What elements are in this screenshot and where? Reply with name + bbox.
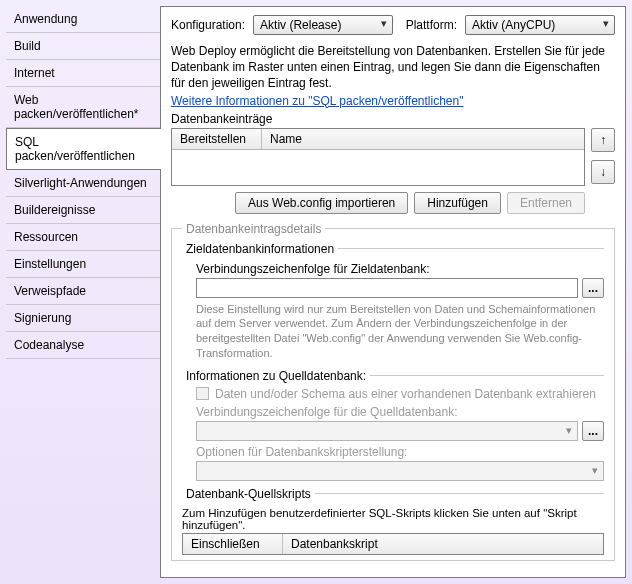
sidebar-item-label: Silverlight-Anwendungen <box>14 176 147 190</box>
sidebar-item-sql-packen[interactable]: SQL packen/veröffentlichen <box>6 128 161 170</box>
konfiguration-dropdown[interactable]: Aktiv (Release) <box>253 15 393 35</box>
move-up-button[interactable]: ↑ <box>591 128 615 152</box>
config-row: Konfiguration: Aktiv (Release) Plattform… <box>171 15 615 35</box>
col-name[interactable]: Name <box>262 129 584 149</box>
sidebar-item-label: Ressourcen <box>14 230 78 244</box>
more-info-link[interactable]: Weitere Informationen zu "SQL packen/ver… <box>171 94 615 108</box>
target-conn-browse-button[interactable]: ... <box>582 278 604 298</box>
script-options-label: Optionen für Datenbankskripterstellung: <box>196 445 604 459</box>
ellipsis-icon: ... <box>588 281 598 295</box>
sidebar-item-ressourcen[interactable]: Ressourcen <box>6 224 161 251</box>
details-legend: Datenbankeintragsdetails <box>182 222 325 236</box>
source-conn-combo <box>196 421 578 441</box>
intro-text: Web Deploy ermöglicht die Bereitstellung… <box>171 43 615 92</box>
arrow-up-icon: ↑ <box>600 133 606 147</box>
target-hint: Diese Einstellung wird nur zum Bereitste… <box>196 302 604 361</box>
source-group: Informationen zu Quelldatenbank: Daten u… <box>182 369 604 487</box>
sidebar-item-web-packen[interactable]: Web packen/veröffentlichen* <box>6 87 161 128</box>
source-conn-browse-button[interactable]: ... <box>582 421 604 441</box>
col-script[interactable]: Datenbankskript <box>283 534 603 554</box>
source-legend: Informationen zu Quelldatenbank: <box>182 369 370 383</box>
sidebar-item-anwendung[interactable]: Anwendung <box>6 6 161 33</box>
sidebar-item-label: Internet <box>14 66 55 80</box>
sidebar-item-einstellungen[interactable]: Einstellungen <box>6 251 161 278</box>
target-conn-label: Verbindungszeichenfolge für Zieldatenban… <box>196 262 604 276</box>
sidebar-item-label: Codeanalyse <box>14 338 84 352</box>
sidebar-item-internet[interactable]: Internet <box>6 60 161 87</box>
target-legend: Zieldatenbankinformationen <box>182 242 338 256</box>
sidebar-item-buildereignisse[interactable]: Buildereignisse <box>6 197 161 224</box>
extract-checkbox <box>196 387 209 400</box>
sidebar-item-label: Signierung <box>14 311 71 325</box>
ellipsis-icon: ... <box>588 424 598 438</box>
sidebar: Anwendung Build Internet Web packen/verö… <box>6 6 161 578</box>
sidebar-item-verweispfade[interactable]: Verweispfade <box>6 278 161 305</box>
sidebar-item-label: Buildereignisse <box>14 203 95 217</box>
scripts-grid-header: Einschließen Datenbankskript <box>183 534 603 554</box>
main-panel: Konfiguration: Aktiv (Release) Plattform… <box>160 6 626 578</box>
sidebar-item-label: Einstellungen <box>14 257 86 271</box>
sidebar-item-label: Build <box>14 39 41 53</box>
plattform-dropdown[interactable]: Aktiv (AnyCPU) <box>465 15 615 35</box>
script-options-combo <box>196 461 604 481</box>
import-webconfig-button[interactable]: Aus Web.config importieren <box>235 192 408 214</box>
sidebar-item-codeanalyse[interactable]: Codeanalyse <box>6 332 161 359</box>
col-bereitstellen[interactable]: Bereitstellen <box>172 129 262 149</box>
remove-button: Entfernen <box>507 192 585 214</box>
entries-grid[interactable]: Bereitstellen Name <box>171 128 585 186</box>
entries-label: Datenbankeinträge <box>171 112 615 126</box>
scripts-grid[interactable]: Einschließen Datenbankskript <box>182 533 604 555</box>
sidebar-item-build[interactable]: Build <box>6 33 161 60</box>
sidebar-item-silverlight[interactable]: Silverlight-Anwendungen <box>6 170 161 197</box>
col-include[interactable]: Einschließen <box>183 534 283 554</box>
plattform-label: Plattform: <box>406 18 457 32</box>
target-group: Zieldatenbankinformationen Verbindungsze… <box>182 242 604 369</box>
scripts-legend: Datenbank-Quellskripts <box>182 487 315 501</box>
sidebar-item-label: Web packen/veröffentlichen* <box>14 93 139 121</box>
arrow-down-icon: ↓ <box>600 165 606 179</box>
extract-checkbox-label: Daten und/oder Schema aus einer vorhande… <box>215 387 596 401</box>
add-button[interactable]: Hinzufügen <box>414 192 501 214</box>
details-group: Datenbankeintragsdetails Zieldatenbankin… <box>171 222 615 561</box>
move-down-button[interactable]: ↓ <box>591 160 615 184</box>
konfiguration-label: Konfiguration: <box>171 18 245 32</box>
entries-grid-header: Bereitstellen Name <box>172 129 584 150</box>
source-conn-label: Verbindungszeichenfolge für die Quelldat… <box>196 405 604 419</box>
sidebar-item-label: SQL packen/veröffentlichen <box>15 135 135 163</box>
scripts-group: Datenbank-Quellskripts Zum Hinzufügen be… <box>182 487 604 555</box>
sidebar-item-label: Verweispfade <box>14 284 86 298</box>
scripts-hint: Zum Hinzufügen benutzerdefinierter SQL-S… <box>182 507 604 531</box>
sidebar-item-signierung[interactable]: Signierung <box>6 305 161 332</box>
target-conn-input[interactable] <box>196 278 578 298</box>
sidebar-item-label: Anwendung <box>14 12 77 26</box>
